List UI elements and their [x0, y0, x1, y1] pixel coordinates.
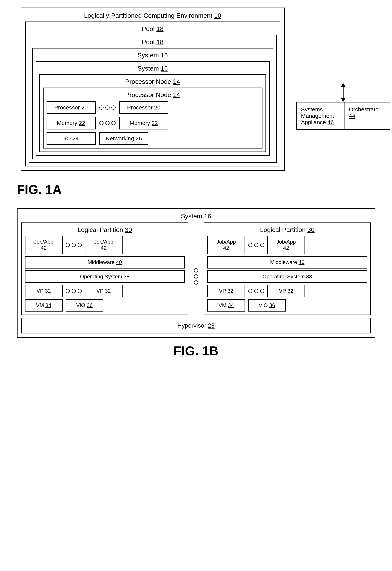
- dot-l3: [78, 243, 82, 247]
- fig1a-label-area: FIG. 1A: [17, 176, 285, 197]
- fig1a-left: Logically-Partitioned Computing Environm…: [17, 8, 285, 197]
- dot3: [112, 105, 116, 110]
- system-inner-label: System 16: [39, 65, 266, 72]
- lp-left-jobapp-row: Job/App42 Job/App42: [25, 236, 185, 254]
- fig1a-title: FIG. 1A: [17, 182, 62, 197]
- system-inner-box: System 16 Processor Node 14: [36, 61, 270, 156]
- lp-right-jobapp-right: Job/App42: [267, 236, 305, 254]
- memory-box-left: Memory 22: [47, 117, 96, 130]
- pool-inner-box: Pool 18 System 16 System 16: [29, 35, 277, 163]
- lp-left-vp-row: VP 32 VP 32: [25, 285, 185, 297]
- processor-dots: [99, 105, 116, 110]
- dot-r1: [248, 243, 252, 247]
- dot-r4: [248, 289, 252, 293]
- page-content: Logically-Partitioned Computing Environm…: [17, 8, 375, 358]
- lp-left-middleware-box: Middleware 40: [25, 256, 185, 268]
- system16-box: System 16 Logical Partition 30 Job/App42: [17, 208, 375, 338]
- hypervisor-box: Hypervisor 28: [21, 318, 371, 333]
- lp-left-label: Logical Partition 30: [25, 226, 185, 234]
- lp-left-jobapp-dots: [66, 243, 82, 247]
- networking-box: Networking 26: [99, 132, 148, 145]
- proc-node-inner-box: Processor Node 14 Processor 20: [43, 88, 263, 148]
- proc-node-outer-box: Processor Node 14 Processor Node 14: [39, 74, 266, 152]
- dot-l5: [72, 289, 76, 293]
- processor-box-left: Processor 20: [47, 101, 96, 114]
- system16-label: System 16: [21, 212, 371, 220]
- fig1a-right-panel: Systems Management Appliance 46 Orchestr…: [296, 83, 390, 130]
- lp-right-jobapp-dots: [248, 243, 264, 247]
- memory-dots: [99, 121, 116, 125]
- io-networking-row: I/O 24 Networking 26: [47, 132, 259, 145]
- lp-right-vio-box: VIO 36: [248, 299, 286, 311]
- memory-box-right: Memory 22: [119, 117, 168, 130]
- mgmt-panel: Systems Management Appliance 46 Orchestr…: [296, 102, 390, 130]
- lp-right-middleware-box: Middleware 40: [207, 256, 367, 268]
- dot2: [105, 105, 110, 110]
- dot-c2: [194, 274, 198, 278]
- dot6: [112, 121, 116, 125]
- dot-r6: [260, 289, 264, 293]
- dot-l2: [72, 243, 76, 247]
- lp-left-jobapp-right: Job/App42: [85, 236, 123, 254]
- system-outer-box: System 16 System 16: [32, 48, 273, 159]
- pool-outer-box: Pool 18 Pool 18 System 16: [25, 22, 280, 166]
- dot4: [99, 121, 103, 125]
- lp-left-vp-left: VP 32: [25, 285, 63, 297]
- dot-l1: [66, 243, 70, 247]
- lp-left-vm-box: VM 34: [25, 299, 63, 311]
- fig1b-section: System 16 Logical Partition 30 Job/App42: [17, 208, 375, 358]
- dot-c1: [194, 268, 198, 273]
- memory-row: Memory 22: [47, 117, 259, 130]
- orchestrator-box: Orchestrator44: [345, 102, 390, 129]
- lp-right-middleware-row: Middleware 40: [207, 256, 367, 268]
- lp-right-os-row: Operating System 38: [207, 270, 367, 283]
- lp-left-box: Logical Partition 30 Job/App42: [21, 222, 188, 315]
- lp-left-jobapp-left: Job/App42: [25, 236, 63, 254]
- io-box: I/O 24: [47, 132, 96, 145]
- lp-right-vm-vio-row: VM 34 VIO 36: [207, 299, 367, 311]
- processor-row: Processor 20: [47, 101, 259, 114]
- dot-r3: [260, 243, 264, 247]
- lp-right-jobapp-left: Job/App42: [207, 236, 245, 254]
- lp-right-vp-right: VP 32: [267, 285, 305, 297]
- fig1a-main: Logically-Partitioned Computing Environm…: [17, 8, 375, 197]
- pool-outer-label: Pool 18: [29, 25, 277, 32]
- pool-inner-label: Pool 18: [32, 38, 273, 46]
- dot-r5: [254, 289, 258, 293]
- lp-right-jobapp-row: Job/App42 Job/App42: [207, 236, 367, 254]
- lp-right-label: Logical Partition 30: [207, 226, 367, 234]
- dot-l6: [78, 289, 82, 293]
- arrow-head-up: [341, 83, 345, 87]
- lp-left-os-box: Operating System 38: [25, 270, 185, 283]
- lp-left-os-row: Operating System 38: [25, 270, 185, 283]
- fig1b-title: FIG. 1B: [173, 343, 218, 358]
- processor-box-right: Processor 20: [119, 101, 168, 114]
- sys-mgmt-box: Systems Management Appliance 46: [297, 102, 345, 129]
- lp-right-vp-row: VP 32 VP 32: [207, 285, 367, 297]
- lp-right-os-box: Operating System 38: [207, 270, 367, 283]
- dot5: [105, 121, 110, 125]
- lp-left-vp-dots: [66, 289, 82, 293]
- lp-right-box: Logical Partition 30 Job/App42: [204, 222, 371, 315]
- lp-right-vp-dots: [248, 289, 264, 293]
- arrow-line: [343, 87, 344, 98]
- fig1a-section: Logically-Partitioned Computing Environm…: [17, 8, 375, 197]
- lp-left-middleware-row: Middleware 40: [25, 256, 185, 268]
- dot-l4: [66, 289, 70, 293]
- proc-node-outer-label: Processor Node 14: [43, 78, 263, 85]
- proc-node-inner-label: Processor Node 14: [47, 91, 259, 99]
- lp-right-vm-box: VM 34: [207, 299, 245, 311]
- system-outer-label: System 16: [36, 52, 270, 59]
- center-lp-dots: [194, 268, 198, 285]
- dot-c3: [194, 280, 198, 285]
- dot1: [99, 105, 103, 110]
- dot-r2: [254, 243, 258, 247]
- arrow-head-down: [341, 98, 345, 102]
- lp-right-vp-left: VP 32: [207, 285, 245, 297]
- vertical-arrow: [341, 83, 345, 102]
- lp-left-vio-box: VIO 36: [66, 299, 103, 311]
- lp-env-label: Logically-Partitioned Computing Environm…: [25, 12, 280, 19]
- lp-left-vp-right: VP 32: [85, 285, 123, 297]
- lp-left-vm-vio-row: VM 34 VIO 36: [25, 299, 185, 311]
- lp-environment-box: Logically-Partitioned Computing Environm…: [21, 8, 285, 171]
